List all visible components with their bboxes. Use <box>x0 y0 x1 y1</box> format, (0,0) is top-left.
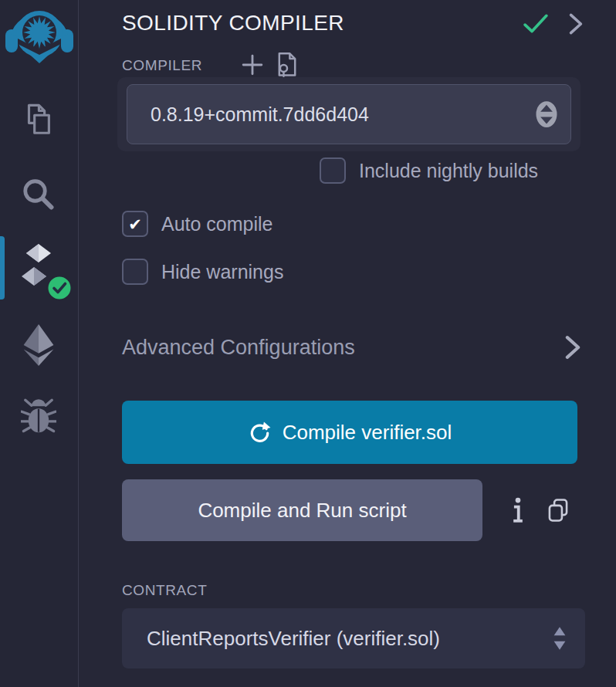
remix-logo <box>4 3 75 63</box>
sidebar-item-solidity-compiler[interactable] <box>20 244 69 300</box>
ethereum-icon <box>20 323 57 367</box>
include-nightly-builds-checkbox-row[interactable]: Include nightly builds <box>320 157 538 184</box>
compiler-version-group: 0.8.19+commit.7dd6d404 <box>117 77 580 151</box>
contract-select[interactable]: ClientReportsVerifier (verifier.sol) <box>122 608 585 668</box>
page-title: SOLIDITY COMPILER <box>122 11 344 36</box>
contract-select-value: ClientReportsVerifier (verifier.sol) <box>147 627 440 651</box>
compiler-version-value: 0.8.19+commit.7dd6d404 <box>151 103 369 126</box>
hide-warnings-checkbox-row[interactable]: Hide warnings <box>122 259 283 285</box>
compile-button-label: Compile verifier.sol <box>283 421 452 445</box>
compile-and-run-button[interactable]: Compile and Run script <box>122 479 482 541</box>
sidebar-item-search[interactable] <box>19 174 59 215</box>
updown-arrows-icon <box>553 626 567 651</box>
files-icon <box>20 101 56 138</box>
advanced-configurations-toggle[interactable]: Advanced Configurations <box>122 335 580 360</box>
panel-collapse-chevron-right-icon[interactable] <box>569 12 583 36</box>
compile-and-run-label: Compile and Run script <box>198 499 406 523</box>
checkbox-check-glyph: ✔ <box>128 216 142 232</box>
include-nightly-builds-checkbox[interactable] <box>320 157 346 184</box>
compiler-version-select[interactable]: 0.8.19+commit.7dd6d404 <box>127 84 571 144</box>
active-plugin-indicator <box>0 236 5 300</box>
auto-compile-checkbox[interactable]: ✔ <box>122 211 148 237</box>
include-nightly-builds-label: Include nightly builds <box>359 160 538 182</box>
advanced-configurations-label: Advanced Configurations <box>122 336 355 360</box>
info-icon[interactable] <box>512 497 524 523</box>
solidity-compiler-panel: SOLIDITY COMPILER COMPILER 0.8.19+commit… <box>80 0 616 687</box>
copy-icon[interactable] <box>546 498 570 523</box>
icon-sidebar <box>0 0 79 687</box>
sidebar-item-debugger[interactable] <box>20 395 57 437</box>
compile-run-row: Compile and Run script <box>122 479 570 541</box>
auto-compile-label: Auto compile <box>161 213 273 235</box>
file-badge-icon[interactable] <box>276 52 299 78</box>
chevron-right-icon <box>565 335 580 360</box>
compile-button[interactable]: Compile verifier.sol <box>122 401 577 464</box>
add-compiler-plus-icon[interactable] <box>242 54 263 76</box>
check-badge-icon <box>46 275 73 301</box>
compile-success-check-icon <box>523 13 548 35</box>
search-icon <box>20 175 57 214</box>
sidebar-item-file-explorer[interactable] <box>19 100 57 139</box>
bug-icon <box>21 396 56 436</box>
contract-section-label: CONTRACT <box>122 582 207 599</box>
updown-circle-icon <box>535 100 558 128</box>
refresh-icon <box>248 421 271 444</box>
hide-warnings-checkbox[interactable] <box>122 259 148 285</box>
auto-compile-checkbox-row[interactable]: ✔ Auto compile <box>122 211 273 237</box>
hide-warnings-label: Hide warnings <box>161 261 283 283</box>
sidebar-item-home[interactable] <box>3 3 76 63</box>
sidebar-item-deploy-run[interactable] <box>19 323 59 367</box>
compiler-section-label: COMPILER <box>122 57 202 74</box>
